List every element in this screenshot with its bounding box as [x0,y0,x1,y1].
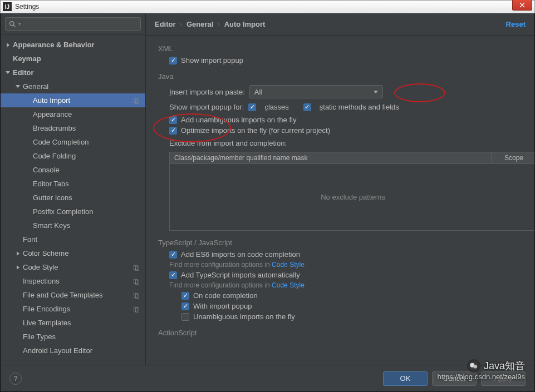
window-title: Settings [15,3,39,11]
project-scope-icon [133,264,140,271]
app-icon: IJ [3,2,12,11]
sidebar-item-editor[interactable]: Editor [1,66,145,80]
cancel-button[interactable]: Cancel [432,371,477,386]
label-classes: classes [264,103,288,111]
label-with-popup: With import popup [193,302,252,310]
crumb-auto-import: Auto Import [224,20,266,28]
checkbox-classes[interactable] [248,103,256,111]
crumb-editor[interactable]: Editor [155,20,176,28]
sidebar-item-console[interactable]: Console [1,163,145,177]
sidebar-item-label: Postfix Completion [33,207,93,216]
sidebar-item-code-style[interactable]: Code Style [1,260,145,274]
sidebar-item-label: File Encodings [23,305,70,313]
chevron-right-icon: › [218,21,219,27]
breadcrumb: Editor › General › Auto Import Reset [146,13,534,36]
label-popup-for: Show import popup for: [169,103,244,111]
sidebar-item-label: General [23,82,48,91]
table-empty: No exclude patterns [321,193,385,201]
sidebar-item-font[interactable]: Font [1,232,145,246]
checkbox-optimize[interactable] [169,127,177,135]
sidebar: ▾ Appearance & BehaviorKeymapEditorGener… [1,13,146,365]
sidebar-item-inspections[interactable]: Inspections [1,274,145,288]
sidebar-item-label: Inspections [23,277,60,285]
sidebar-item-smart-keys[interactable]: Smart Keys [1,219,145,232]
label-exclude: Exclude from import and completion: [169,139,287,147]
checkbox-es6[interactable] [169,251,177,259]
search-input[interactable]: ▾ [5,17,141,31]
checkbox-xml-show-popup[interactable] [169,57,177,64]
section-ts: TypeScript / JavaScript [158,239,524,247]
dialog-footer: ? OK Cancel Apply [1,365,534,391]
checkbox-static[interactable] [303,103,311,111]
checkbox-unambig-ts[interactable] [181,313,189,321]
ok-button[interactable]: OK [383,371,428,386]
section-java: Java [158,72,524,81]
sidebar-item-file-types[interactable]: File Types [1,330,145,344]
sidebar-item-live-templates[interactable]: Live Templates [1,316,145,330]
sidebar-item-label: Gutter Icons [33,193,72,202]
checkbox-on-completion[interactable] [181,292,189,300]
col-name[interactable]: Class/package/member qualified name mask [170,152,492,163]
sidebar-item-color-scheme[interactable]: Color Scheme [1,246,145,260]
label-xml-show-popup: Show import popup [181,56,243,64]
sidebar-item-label: Editor [13,68,34,77]
sidebar-item-appearance[interactable]: Appearance [1,107,145,121]
label-es6: Add ES6 imports on code completion [181,250,300,259]
chevron-right-icon [5,42,11,48]
help-button[interactable]: ? [9,373,22,385]
sidebar-item-label: Editor Tabs [33,180,69,188]
project-scope-icon [133,306,140,312]
chevron-down-icon [374,91,378,93]
section-as: ActionScript [158,329,524,337]
sidebar-item-label: Color Scheme [23,249,68,257]
sidebar-item-label: Android Layout Editor [23,346,92,355]
sidebar-item-code-completion[interactable]: Code Completion [1,135,145,149]
sidebar-item-label: Auto Import [33,96,70,105]
sidebar-item-appearance-behavior[interactable]: Appearance & Behavior [1,38,145,52]
sidebar-item-label: Keymap [13,54,41,63]
sidebar-item-keymap[interactable]: Keymap [1,52,145,66]
sidebar-item-label: Appearance [33,110,72,118]
sidebar-item-label: Smart Keys [33,221,70,230]
sidebar-item-breadcrumbs[interactable]: Breadcrumbs [1,121,145,135]
titlebar: IJ Settings [0,0,535,13]
sidebar-item-label: Code Style [23,263,58,271]
label-ts-auto: Add TypeScript imports automatically [181,271,300,279]
sidebar-item-auto-import[interactable]: Auto Import [1,93,145,107]
crumb-general[interactable]: General [186,20,213,28]
chevron-right-icon [15,251,21,256]
sidebar-item-label: Live Templates [23,319,71,327]
chevron-down-icon [15,84,21,90]
sidebar-item-label: File and Code Templates [23,291,103,299]
sidebar-item-label: File Types [23,333,56,341]
sidebar-item-code-folding[interactable]: Code Folding [1,149,145,163]
hint-es6: Find more configuration options in Code … [169,261,524,269]
chevron-right-icon: › [180,21,182,27]
window-close-button[interactable] [512,0,532,11]
label-unambig-ts: Unambiguous imports on the fly [193,312,295,321]
sidebar-item-label: Font [23,235,37,244]
sidebar-item-file-and-code-templates[interactable]: File and Code Templates [1,288,145,302]
link-code-style-2[interactable]: Code Style [272,281,305,289]
sidebar-item-file-encodings[interactable]: File Encodings [1,302,145,316]
label-on-completion: On code completion [193,291,258,300]
reset-link[interactable]: Reset [506,20,526,28]
chevron-right-icon [15,265,21,270]
select-insert-on-paste[interactable]: All [249,85,383,98]
sidebar-item-general[interactable]: General [1,80,145,93]
checkbox-with-popup[interactable] [181,302,189,310]
apply-button[interactable]: Apply [481,371,526,386]
svg-line-1 [13,25,15,27]
chevron-down-icon [5,70,11,76]
link-code-style-1[interactable]: Code Style [272,261,305,269]
sidebar-item-postfix-completion[interactable]: Postfix Completion [1,205,145,219]
label-static: static methods and fields [320,103,399,111]
checkbox-add-unambiguous[interactable] [169,116,177,124]
sidebar-item-label: Code Completion [33,138,89,146]
col-scope[interactable]: Scope [492,152,534,163]
checkbox-ts-auto[interactable] [169,271,177,279]
project-scope-icon [133,292,140,299]
sidebar-item-gutter-icons[interactable]: Gutter Icons [1,191,145,205]
sidebar-item-editor-tabs[interactable]: Editor Tabs [1,177,145,191]
sidebar-item-android-layout-editor[interactable]: Android Layout Editor [1,344,145,358]
